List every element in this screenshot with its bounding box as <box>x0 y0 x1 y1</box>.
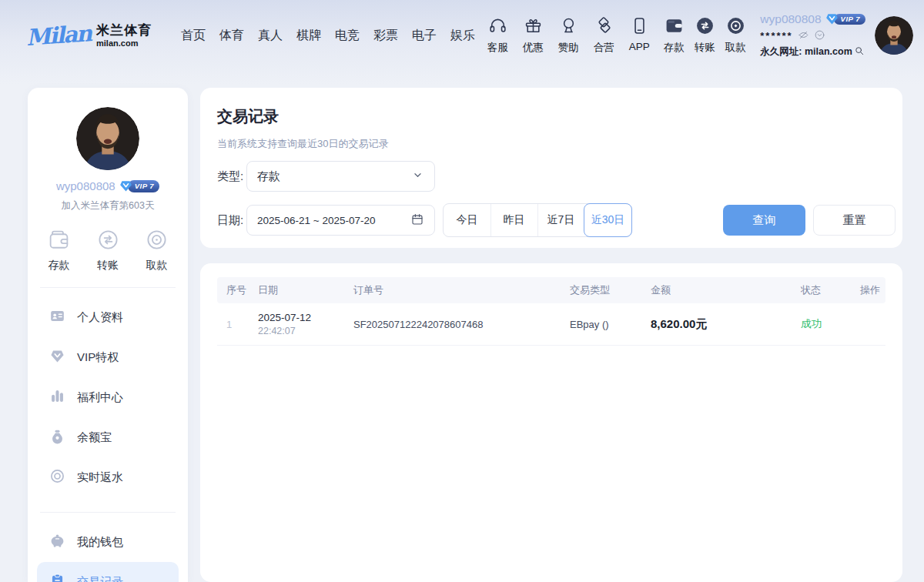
menu-item-label: 我的钱包 <box>77 535 123 550</box>
sidebar-menu-secondary: 我的钱包 交易记录 <box>28 513 188 582</box>
sidebar-deposit-button[interactable]: 存款 <box>48 229 70 273</box>
status-badge: 成功 <box>801 317 860 331</box>
cell-type: EBpay () <box>570 319 651 330</box>
chevron-circle-icon[interactable] <box>814 29 825 42</box>
deposit-icon <box>665 16 684 38</box>
search-icon[interactable] <box>854 45 865 59</box>
search-button[interactable]: 查询 <box>723 205 805 236</box>
range-30days-button[interactable]: 近30日 <box>584 203 632 237</box>
sidebar-item-vip[interactable]: VIP特权 <box>37 337 179 377</box>
date-range-input[interactable]: 2025-06-21 ~ 2025-07-20 <box>246 205 435 236</box>
promotions-button[interactable]: 优惠 <box>520 16 546 55</box>
sidebar-avatar[interactable] <box>76 107 139 170</box>
affiliate-button[interactable]: 合营 <box>591 16 617 55</box>
header-username[interactable]: wyp080808 <box>760 13 821 25</box>
action-label: 客服 <box>487 41 508 55</box>
quick-action-label: 转账 <box>97 259 119 273</box>
action-label: 转账 <box>695 41 715 55</box>
sidebar-item-benefits[interactable]: 福利中心 <box>37 377 179 417</box>
avatar-image <box>76 107 139 170</box>
nav-item-entertainment[interactable]: 娱乐 <box>449 25 477 47</box>
header-avatar[interactable] <box>875 16 913 55</box>
eye-slash-icon[interactable] <box>798 29 809 42</box>
sidebar-withdraw-button[interactable]: 取款 <box>146 229 168 273</box>
menu-item-label: 福利中心 <box>77 390 123 405</box>
partner-icon <box>594 16 614 38</box>
col-status: 状态 <box>801 283 860 297</box>
rebate-icon <box>49 468 65 487</box>
main-nav: 首页 体育 真人 棋牌 电竞 彩票 电子 娱乐 <box>179 25 477 47</box>
top-actions: 客服 优惠 赞助 合营 APP <box>484 16 652 55</box>
menu-item-label: 交易记录 <box>77 575 123 582</box>
wallet-actions: 存款 转账 取款 <box>661 16 748 55</box>
quick-action-label: 存款 <box>49 259 70 273</box>
sidebar-username: wyp080808 <box>56 179 116 192</box>
vip-diamond-icon <box>825 12 839 25</box>
type-select[interactable]: 存款 <box>246 161 435 192</box>
menu-item-label: 个人资料 <box>77 310 123 325</box>
sidebar-item-transaction-records[interactable]: 交易记录 <box>37 562 179 582</box>
nav-item-esports[interactable]: 电竞 <box>333 25 361 47</box>
cell-date-day: 2025-07-12 <box>258 312 353 323</box>
avatar-image <box>875 16 913 55</box>
sponsor-button[interactable]: 赞助 <box>555 16 581 55</box>
col-amount: 金额 <box>651 283 801 297</box>
brand-logo[interactable]: Milan 米兰体育 milan.com <box>26 22 152 48</box>
reset-button[interactable]: 重置 <box>813 205 896 236</box>
app-download-button[interactable]: APP <box>626 16 652 55</box>
range-today-button[interactable]: 今日 <box>444 204 490 236</box>
range-7days-button[interactable]: 近7日 <box>537 204 584 236</box>
transfer-outline-icon <box>97 229 119 253</box>
sidebar-item-wallet[interactable]: 我的钱包 <box>37 522 179 562</box>
transaction-filter-panel: 交易记录 当前系统支持查询最近30日的交易记录 类型: 存款 日期: 2025-… <box>200 88 902 248</box>
top-bar: Milan 米兰体育 milan.com 首页 体育 真人 棋牌 电竞 彩票 电… <box>0 0 924 71</box>
table-row: 1 2025-07-12 22:42:07 SF2025071222420786… <box>217 303 886 346</box>
cell-date: 2025-07-12 22:42:07 <box>258 312 353 336</box>
date-filter-label: 日期: <box>217 213 246 228</box>
nav-item-home[interactable]: 首页 <box>179 25 207 47</box>
quick-range-group: 今日 昨日 近7日 近30日 <box>443 203 632 237</box>
col-date: 日期 <box>258 283 353 297</box>
gift-icon <box>524 16 543 38</box>
member-days-text: 加入米兰体育第603天 <box>28 199 188 212</box>
vip-diamond-icon <box>49 348 65 366</box>
type-filter-label: 类型: <box>217 169 246 184</box>
sidebar-item-yuebao[interactable]: 余额宝 <box>37 417 179 457</box>
action-label: APP <box>629 41 650 52</box>
vip-diamond-icon <box>119 179 133 192</box>
nav-item-sports[interactable]: 体育 <box>218 25 246 47</box>
cell-order-no: SF202507122242078607468 <box>353 319 570 330</box>
customer-service-button[interactable]: 客服 <box>484 16 511 55</box>
sidebar-item-rebate[interactable]: 实时返水 <box>37 457 179 497</box>
calendar-icon <box>410 212 424 229</box>
withdraw-button[interactable]: 取款 <box>722 16 748 55</box>
quick-action-label: 取款 <box>146 259 168 273</box>
deposit-button[interactable]: 存款 <box>661 16 687 55</box>
col-order-no: 订单号 <box>353 283 570 297</box>
sidebar-item-profile[interactable]: 个人资料 <box>37 297 179 337</box>
cell-index: 1 <box>226 319 258 330</box>
nav-item-slots[interactable]: 电子 <box>410 25 438 47</box>
transaction-table-panel: 序号 日期 订单号 交易类型 金额 状态 操作 1 2025-07-12 22:… <box>200 263 902 582</box>
action-label: 存款 <box>664 41 685 55</box>
nav-item-lottery[interactable]: 彩票 <box>372 25 400 47</box>
action-label: 合营 <box>594 41 614 55</box>
col-index: 序号 <box>226 283 258 297</box>
headset-icon <box>488 16 507 38</box>
sidebar-transfer-button[interactable]: 转账 <box>97 229 119 273</box>
nav-item-live[interactable]: 真人 <box>256 25 284 47</box>
moneybag-icon <box>49 428 65 447</box>
records-icon <box>49 573 65 582</box>
sidebar-menu: 个人资料 VIP特权 福利中心 余额宝 实时返水 <box>28 288 188 497</box>
benefits-icon <box>49 388 65 406</box>
transfer-button[interactable]: 转账 <box>691 16 718 55</box>
cell-amount: 8,620.00元 <box>651 317 801 332</box>
sidebar-quick-actions: 存款 转账 取款 <box>28 229 188 273</box>
masked-balance: ****** <box>760 31 792 41</box>
col-action: 操作 <box>860 283 886 297</box>
nav-item-cards[interactable]: 棋牌 <box>295 25 323 47</box>
range-yesterday-button[interactable]: 昨日 <box>490 204 537 236</box>
cell-date-time: 22:42:07 <box>258 326 353 336</box>
wallet-outline-icon <box>48 229 70 253</box>
vip-badge: VIP 7 <box>119 179 159 192</box>
